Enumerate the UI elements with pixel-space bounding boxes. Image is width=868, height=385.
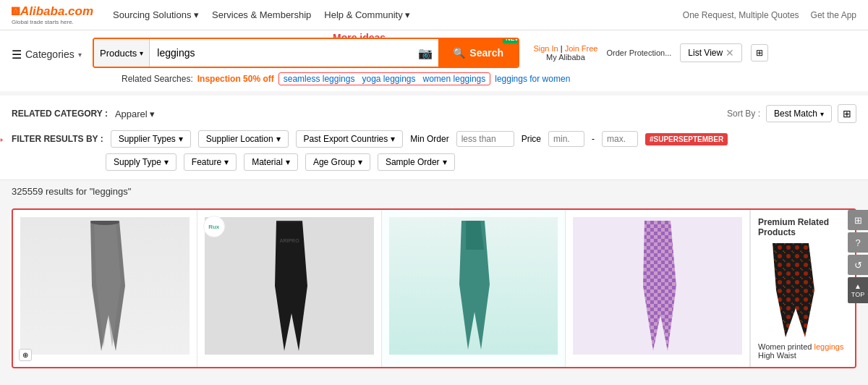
filter-row-1: → FILTER RESULTS BY : Supplier Types ▾ S…: [12, 130, 856, 148]
min-order-input[interactable]: [456, 131, 514, 147]
premium-leggings-svg: [758, 243, 823, 337]
price-max-input[interactable]: [602, 131, 638, 147]
camera-icon[interactable]: 📷: [412, 39, 438, 67]
grid-icon: ⊞: [756, 48, 763, 58]
sample-order-arrow-icon: ▾: [443, 157, 447, 167]
nav-sourcing[interactable]: Sourcing Solutions ▾: [113, 9, 199, 20]
past-export-arrow-icon: ▾: [391, 134, 395, 144]
min-order-label: Min Order: [410, 134, 448, 144]
display-toggle[interactable]: ⊞: [838, 104, 856, 123]
sign-in-area[interactable]: Sign In | Join Free My Alibaba: [533, 44, 597, 62]
product-image-2: ARIPRO: [205, 217, 374, 355]
material-arrow-icon: ▾: [286, 157, 290, 167]
product-image-4: [573, 217, 742, 355]
nav-help[interactable]: Help & Community ▾: [324, 9, 410, 20]
hamburger-icon: ☰: [12, 48, 22, 62]
search-input[interactable]: [150, 39, 412, 67]
supply-type-arrow-icon: ▾: [164, 157, 169, 167]
age-group-button[interactable]: Age Group ▾: [305, 153, 370, 171]
price-min-input[interactable]: [548, 131, 584, 147]
product-grid-wrap: ⊕ Rux ARIPRO: [0, 203, 868, 380]
list-view-button[interactable]: List View ✕: [680, 43, 742, 62]
supplier-location-button[interactable]: Supplier Location ▾: [198, 130, 289, 148]
sign-in-link[interactable]: Sign In: [533, 44, 558, 53]
right-tools: ⊞ ? ↺ ▲ top: [848, 210, 868, 303]
premium-product-image[interactable]: [758, 243, 848, 339]
related-promo[interactable]: Inspection 50% off: [197, 74, 274, 84]
search-category-dropdown[interactable]: Products ▾: [94, 39, 150, 67]
top-arrow-icon: ▲: [854, 282, 861, 291]
product-card-1[interactable]: ⊕: [13, 210, 197, 367]
product-card-2[interactable]: Rux ARIPRO: [197, 210, 382, 367]
search-section: More ideas ↓ ☰ Categories ▾ Products ▾ 📷…: [0, 30, 868, 91]
leggings-purple-svg: [629, 221, 686, 351]
filter-results-label: FILTER RESULTS BY :: [12, 134, 103, 144]
filter-section: RELATED CATEGORY : Apparel ▾ Sort By : B…: [0, 96, 868, 180]
feature-button[interactable]: Feature ▾: [184, 153, 237, 171]
related-category-row: RELATED CATEGORY : Apparel ▾ Sort By : B…: [12, 104, 856, 123]
close-icon[interactable]: ✕: [726, 47, 734, 59]
help-tool-button[interactable]: ?: [848, 232, 868, 253]
top-label: top: [851, 291, 864, 299]
results-text: 325559 results for "leggings": [12, 186, 131, 197]
product-add-icon[interactable]: ⊕: [19, 349, 32, 361]
product-card-3[interactable]: [382, 210, 566, 367]
premium-desc-text: Women printed: [758, 342, 812, 351]
nav-services[interactable]: Services & Membership: [212, 9, 311, 20]
material-button[interactable]: Material ▾: [244, 153, 298, 171]
nav-links: Sourcing Solutions ▾ Services & Membersh…: [113, 9, 410, 20]
past-export-button[interactable]: Past Export Countries ▾: [296, 130, 404, 148]
filter-results-arrow: →: [0, 131, 6, 148]
premium-desc2: High Waist: [758, 351, 796, 360]
related-tag-plain[interactable]: leggings for women: [495, 74, 570, 84]
supply-type-button[interactable]: Supply Type ▾: [106, 153, 176, 171]
chevron-down-icon: ▾: [78, 51, 82, 59]
premium-link[interactable]: leggings: [814, 342, 843, 351]
sort-label: Sort By :: [727, 109, 760, 119]
sort-button[interactable]: Best Match ▾: [766, 105, 832, 122]
categories-toggle[interactable]: ☰ Categories ▾: [12, 48, 82, 62]
search-bar: Products ▾ 📷 🔍 Search NEW: [93, 38, 519, 68]
leggings-black-svg: ARIPRO: [260, 221, 318, 351]
premium-desc: Women printed leggings High Waist: [758, 342, 848, 360]
nav-get-app[interactable]: Get the App: [811, 10, 856, 20]
dropdown-arrow-icon: ▾: [140, 49, 143, 57]
premium-title: Premium Related Products: [758, 217, 848, 237]
logo[interactable]: 🅰 Alibaba.com Global trade starts here.: [12, 4, 98, 25]
top-tool-button[interactable]: ▲ top: [848, 277, 868, 303]
supplier-types-button[interactable]: Supplier Types ▾: [111, 130, 191, 148]
product-card-4[interactable]: [566, 210, 750, 367]
apparel-label: Apparel: [115, 109, 148, 119]
leggings-gray-svg: [76, 221, 134, 351]
sample-order-button[interactable]: Sample Order ▾: [378, 153, 455, 171]
related-highlighted-box: seamless leggings yoga leggings women le…: [278, 72, 491, 85]
apparel-filter-button[interactable]: Apparel ▾: [115, 109, 155, 119]
product-image-1: [20, 217, 190, 355]
age-group-arrow-icon: ▾: [358, 157, 362, 167]
related-tag-seamless[interactable]: seamless leggings: [284, 74, 355, 84]
related-tag-women[interactable]: women leggings: [423, 74, 486, 84]
search-category-label: Products: [100, 48, 137, 59]
results-header: 325559 results for "leggings": [0, 180, 868, 203]
search-button-label: Search: [469, 47, 503, 59]
list-view-label: List View: [688, 48, 723, 58]
top-nav: 🅰 Alibaba.com Global trade starts here. …: [0, 0, 868, 30]
related-label: Related Searches:: [122, 74, 193, 84]
product-brand-logo: Rux: [203, 216, 225, 237]
related-tag-yoga[interactable]: yoga leggings: [362, 74, 415, 84]
user-area: Sign In | Join Free My Alibaba Order Pro…: [533, 43, 768, 62]
product-image-3: [389, 217, 558, 355]
join-free-link[interactable]: Join Free: [565, 44, 598, 53]
my-alibaba-link[interactable]: My Alibaba: [533, 53, 597, 62]
recent-tool-button[interactable]: ↺: [848, 255, 868, 275]
super-september-badge[interactable]: #SUPERSEPTEMBER: [645, 133, 728, 145]
supplier-types-arrow-icon: ▾: [179, 134, 183, 144]
leggings-teal-svg: [444, 221, 502, 351]
related-category-label: RELATED CATEGORY :: [12, 109, 108, 119]
order-protection[interactable]: Order Protection...: [606, 48, 671, 57]
logo-text: Alibaba.com: [20, 4, 93, 19]
price-label: Price: [522, 134, 541, 144]
rfq-tool-button[interactable]: ⊞: [848, 210, 868, 230]
grid-view-button[interactable]: ⊞: [751, 44, 768, 62]
nav-right: One Request, Multiple Quotes Get the App: [683, 10, 856, 20]
